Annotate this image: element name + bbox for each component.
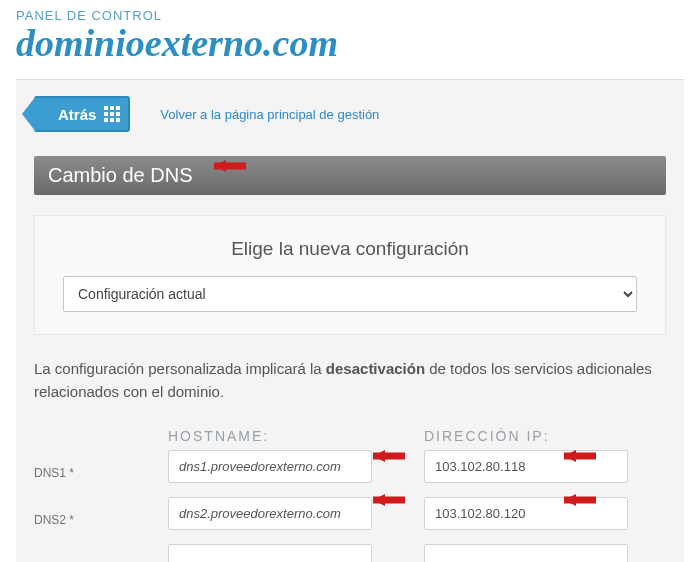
dns3-hostname-input[interactable] [168,544,372,563]
config-select[interactable]: Configuración actual [63,276,637,312]
hostname-header: HOSTNAME: [168,428,372,444]
back-link[interactable]: Volver a la página principal de gestión [160,107,379,122]
dns1-ip-input[interactable] [424,450,628,483]
dns1-hostname-input[interactable] [168,450,372,483]
section-header: Cambio de DNS [34,156,666,195]
domain-title: dominioexterno.com [16,21,684,65]
dns2-ip-input[interactable] [424,497,628,530]
dns2-hostname-input[interactable] [168,497,372,530]
dns2-label: DNS2 * [34,513,154,527]
warning-text: La configuración personalizada implicará… [34,357,666,404]
back-button-label: Atrás [58,106,96,123]
config-title: Elige la nueva configuración [63,238,637,260]
ip-header: DIRECCIÓN IP: [424,428,628,444]
dns1-label: DNS1 * [34,466,154,480]
back-button[interactable]: Atrás [34,96,130,132]
grid-icon [104,106,120,122]
dns3-ip-input[interactable] [424,544,628,563]
config-box: Elige la nueva configuración Configuraci… [34,215,666,335]
